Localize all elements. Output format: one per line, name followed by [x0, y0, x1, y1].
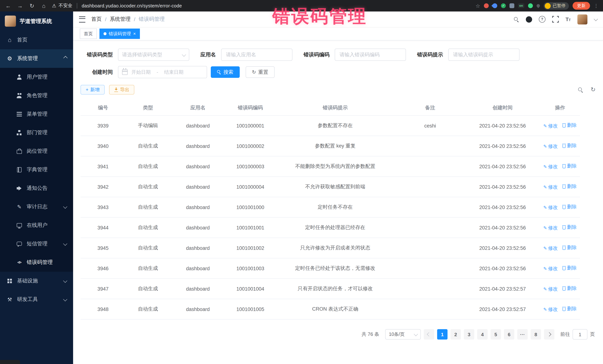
forward-button[interactable]: → [16, 3, 24, 9]
url-text[interactable]: dashboard.yudao.iocoder.cn/system/error-… [82, 3, 182, 8]
fullscreen-icon[interactable] [552, 16, 559, 22]
sidebar-item-badge[interactable]: 岗位管理 [0, 142, 73, 161]
edit-icon: ✎ [543, 124, 547, 128]
next-page-button[interactable] [544, 329, 554, 340]
page-button[interactable]: 2 [451, 329, 461, 340]
filter-field-0: 错误码类型请选择错误码类型 [81, 49, 189, 61]
sidebar-item-announcement[interactable]: 通知公告 [0, 179, 73, 198]
add-button[interactable]: + 新增 [81, 85, 105, 95]
filter-input[interactable] [452, 52, 515, 58]
extension-blocks-icon[interactable] [510, 3, 514, 8]
page-button[interactable]: 1 [437, 329, 448, 340]
breadcrumb-item-system[interactable]: 系统管理 [110, 16, 131, 22]
sidebar-item-edit[interactable]: 审计日志 [0, 198, 73, 216]
tab-0[interactable]: 首页 [80, 29, 97, 39]
delete-link[interactable]: 删除 [562, 163, 577, 170]
sidebar-item-code[interactable]: 错误码管理 [0, 253, 73, 272]
page-more-button[interactable]: ··· [517, 329, 528, 340]
table-search-icon[interactable] [578, 87, 583, 92]
extension-icon[interactable] [528, 3, 533, 8]
reload-button[interactable]: ↻ [28, 2, 36, 9]
sidebar-item-list[interactable]: 菜单管理 [0, 105, 73, 123]
edit-link[interactable]: ✎修改 [543, 225, 558, 231]
page-button[interactable]: 6 [504, 329, 514, 340]
edit-link[interactable]: ✎修改 [543, 245, 558, 252]
message-icon [16, 241, 22, 247]
filter-input[interactable] [339, 52, 402, 58]
filter-select[interactable]: 请选择错误码类型 [118, 49, 189, 61]
chevron-left-icon [427, 332, 431, 337]
sidebar-item-gear[interactable]: 系统管理 [0, 49, 73, 68]
breadcrumb-item-home[interactable]: 首页 [91, 16, 102, 22]
table-refresh-icon[interactable]: ↻ [591, 87, 596, 93]
date-range-picker[interactable]: 开始日期 - 结束日期 [118, 66, 207, 78]
pinned-extension-icon[interactable] [536, 3, 540, 8]
edit-link[interactable]: ✎修改 [543, 286, 558, 292]
page-button[interactable]: 8 [531, 329, 541, 340]
page-button[interactable]: 3 [464, 329, 474, 340]
delete-link[interactable]: 删除 [562, 204, 577, 210]
sidebar-item-monitor[interactable]: 在线用户 [0, 216, 73, 235]
back-button[interactable]: ← [4, 3, 12, 9]
sidebar-item-book[interactable]: 字典管理 [0, 161, 73, 179]
reset-button[interactable]: ↻ 重置 [246, 66, 275, 78]
trash-icon [562, 225, 566, 230]
delete-link[interactable]: 删除 [562, 244, 577, 251]
github-icon[interactable] [526, 16, 532, 22]
delete-link[interactable]: 删除 [562, 224, 577, 231]
search-button[interactable]: 搜索 [211, 66, 240, 78]
sidebar-item-user[interactable]: 用户管理 [0, 68, 73, 86]
edit-link[interactable]: ✎修改 [543, 265, 558, 272]
edit-link[interactable]: ✎修改 [543, 204, 558, 211]
browser-menu-icon[interactable]: ⋮ [594, 3, 599, 9]
delete-link[interactable]: 删除 [562, 143, 577, 149]
page-button[interactable]: 4 [477, 329, 487, 340]
export-button[interactable]: 导出 [109, 85, 135, 95]
sidebar-item-users[interactable]: 角色管理 [0, 86, 73, 105]
prev-page-button[interactable] [424, 329, 434, 340]
filter-input[interactable] [225, 52, 288, 58]
edit-link[interactable]: ✎修改 [543, 164, 558, 170]
app-logo[interactable]: 芋道管理系统 [0, 11, 73, 31]
extension-check-icon[interactable] [501, 3, 506, 8]
page-size-select[interactable]: 10条/页 [385, 329, 421, 340]
edit-link[interactable]: ✎修改 [543, 184, 558, 190]
update-button[interactable]: 更新 [573, 2, 590, 10]
sidebar-item-home[interactable]: 首页 [0, 31, 73, 49]
goto-page-input[interactable] [573, 329, 587, 340]
edit-link[interactable]: ✎修改 [543, 123, 558, 129]
cell-created: 2021-04-20 23:52:56 [465, 177, 540, 197]
cell-code: 1001000002 [225, 136, 275, 156]
extension-icon[interactable] [491, 2, 498, 9]
sidebar-item-org[interactable]: 部门管理 [0, 123, 73, 142]
security-indicator[interactable]: ⚠ 不安全 [52, 3, 72, 9]
bookmark-star-icon[interactable]: ☆ [475, 3, 480, 9]
menu-fold-button[interactable] [79, 16, 85, 22]
chevron-down-icon[interactable] [594, 17, 598, 21]
extension-icon[interactable] [484, 3, 489, 8]
sidebar-item-tools[interactable]: 研发工具 [0, 290, 73, 309]
avatar[interactable] [577, 14, 587, 24]
page-button[interactable]: 5 [491, 329, 501, 340]
tab-1[interactable]: 错误码管理× [99, 29, 140, 39]
delete-link[interactable]: 删除 [562, 265, 577, 272]
delete-link[interactable]: 删除 [562, 183, 577, 190]
edit-link[interactable]: ✎修改 [543, 306, 558, 313]
proxy-extension-icon[interactable]: on [518, 3, 524, 8]
filter-input-wrap [335, 49, 406, 61]
help-icon[interactable] [539, 16, 545, 22]
tabs-bar: 首页错误码管理× [73, 27, 603, 40]
home-button[interactable]: ⌂ [40, 3, 47, 9]
profile-chip[interactable]: 已暂停 [544, 2, 569, 10]
sidebar-item-grid[interactable]: 基础设施 [0, 272, 73, 290]
search-icon[interactable] [514, 16, 519, 22]
cell-app: dashboard [171, 115, 225, 136]
delete-link[interactable]: 删除 [562, 306, 577, 312]
delete-link[interactable]: 删除 [562, 285, 577, 292]
sidebar-item-message[interactable]: 短信管理 [0, 235, 73, 253]
delete-link[interactable]: 删除 [562, 122, 577, 129]
close-icon[interactable]: × [133, 32, 136, 36]
edit-link[interactable]: ✎修改 [543, 143, 558, 150]
font-size-icon[interactable]: TT [566, 17, 571, 22]
paused-label: 已暂停 [553, 3, 566, 9]
